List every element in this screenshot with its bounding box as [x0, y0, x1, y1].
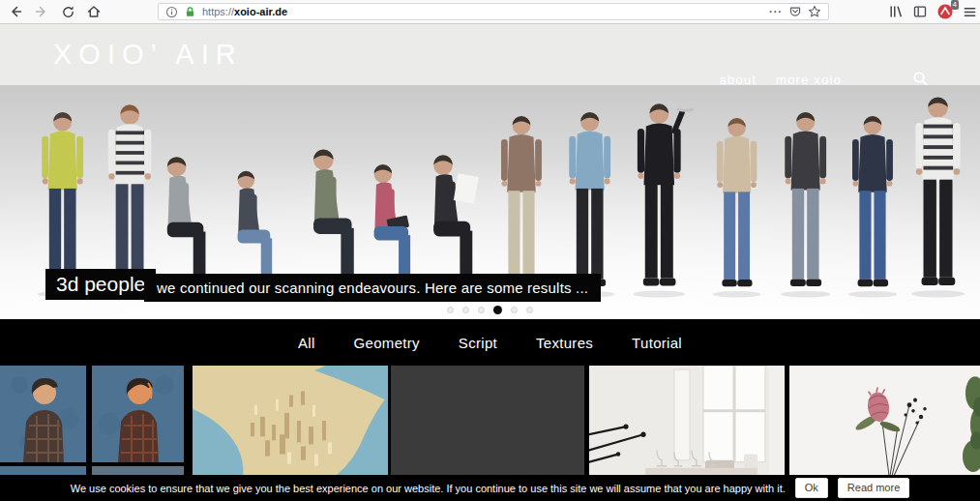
site-info-icon[interactable]	[165, 6, 178, 18]
tab-tutorial[interactable]: Tutorial	[632, 335, 682, 351]
gallery-item-interior[interactable]	[589, 366, 785, 476]
back-button[interactable]	[4, 1, 27, 22]
browser-right-buttons: 4	[888, 0, 977, 23]
home-icon	[86, 4, 102, 19]
hero-subtitle: we continued our scanning endeavours. He…	[144, 274, 601, 302]
address-bar[interactable]: https://xoio-air.de ···	[158, 3, 829, 20]
page: https://xoio-air.de ··· 4 XOIO’ AIR abou…	[0, 0, 980, 501]
cookie-read-more-button[interactable]: Read more	[838, 478, 909, 497]
carousel-dot-6[interactable]	[526, 307, 533, 313]
url-text: https://xoio-air.de	[202, 6, 287, 17]
hero-person-8	[489, 112, 554, 298]
browser-toolbar: https://xoio-air.de ··· 4	[0, 0, 980, 24]
carousel-dots	[0, 306, 980, 314]
collage-portrait-blue	[0, 366, 86, 462]
carousel-dot-2[interactable]	[462, 307, 469, 313]
gallery-item-city-map[interactable]	[193, 366, 388, 476]
back-arrow-icon	[8, 4, 23, 19]
extension-badge: 4	[951, 0, 959, 10]
hero-person-14	[902, 93, 974, 298]
carousel-dot-5[interactable]	[511, 307, 518, 313]
hero-person-12	[772, 108, 839, 298]
gallery-item-flowers[interactable]	[789, 366, 980, 476]
site-header: XOIO’ AIR about more xoio	[0, 24, 980, 85]
pocket-icon[interactable]	[788, 5, 802, 18]
reload-button[interactable]	[56, 1, 79, 22]
reload-icon	[61, 5, 75, 19]
hero-title: 3d people	[45, 269, 156, 300]
hero-person-10	[624, 100, 695, 298]
cookie-message: We use cookies to ensure that we give yo…	[71, 483, 786, 494]
hero-person-13	[840, 112, 906, 298]
https-lock-icon[interactable]	[184, 6, 196, 18]
filter-bar: All Geometry Script Textures Tutorial	[0, 319, 980, 366]
forward-button[interactable]	[30, 1, 53, 22]
cookie-ok-button[interactable]: Ok	[795, 478, 828, 497]
hero-person-11	[704, 114, 769, 298]
tab-textures[interactable]: Textures	[536, 335, 593, 351]
hero-person-9	[556, 108, 623, 298]
forward-arrow-icon	[34, 4, 49, 19]
bookmark-star-icon[interactable]	[808, 5, 821, 18]
cookie-bar: We use cookies to ensure that we give yo…	[0, 475, 980, 501]
tab-script[interactable]: Script	[459, 335, 497, 351]
carousel-dot-4[interactable]	[493, 306, 502, 314]
menu-hamburger-icon[interactable]	[963, 5, 977, 19]
page-actions-icon[interactable]: ···	[769, 7, 783, 17]
site-logo[interactable]: XOIO’ AIR	[53, 39, 243, 71]
sidebar-toggle-icon[interactable]	[912, 4, 928, 19]
browser-nav-buttons	[4, 0, 105, 23]
tab-geometry[interactable]: Geometry	[354, 335, 420, 351]
gallery-item-portrait-collage[interactable]	[0, 366, 190, 476]
home-button[interactable]	[82, 1, 105, 22]
adblock-extension-button[interactable]: 4	[936, 3, 954, 20]
hero-slider[interactable]: 3d people we continued our scanning ende…	[0, 85, 980, 319]
collage-portrait-warm	[92, 366, 184, 462]
gallery-item-dark[interactable]	[391, 366, 584, 476]
tab-all[interactable]: All	[298, 335, 315, 351]
library-icon[interactable]	[888, 4, 904, 19]
carousel-dot-3[interactable]	[478, 307, 485, 313]
carousel-dot-1[interactable]	[447, 307, 454, 313]
